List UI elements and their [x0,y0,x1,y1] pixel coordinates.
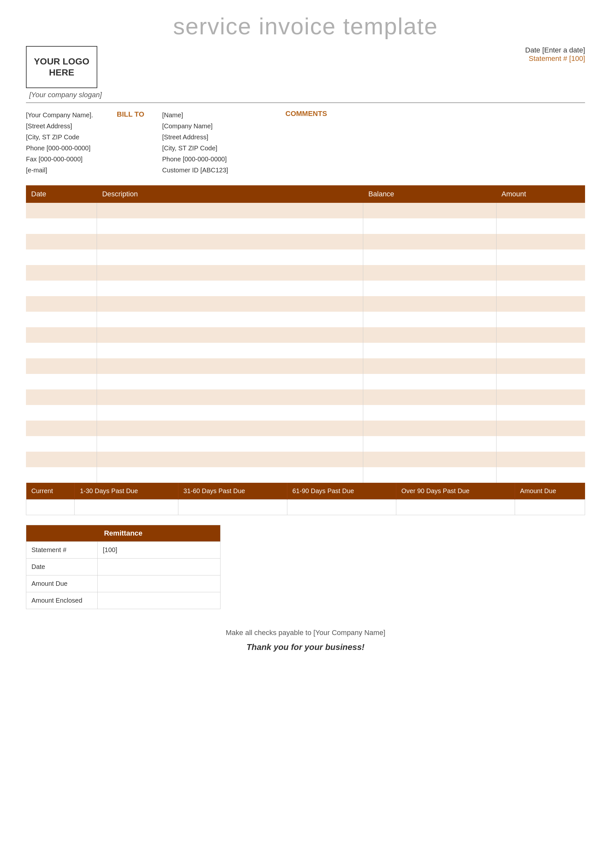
table-cell-14-0[interactable] [26,420,97,436]
table-cell-11-0[interactable] [26,374,97,389]
table-cell-7-0[interactable] [26,312,97,327]
table-row[interactable] [26,281,585,296]
date-value[interactable]: [Enter a date] [542,46,585,54]
table-cell-0-0[interactable] [26,203,97,219]
statement-value[interactable]: [100] [569,54,585,62]
table-cell-15-0[interactable] [26,436,97,452]
table-cell-0-3[interactable] [496,203,585,219]
table-cell-17-3[interactable] [496,467,585,483]
aging-cell-2[interactable] [178,500,287,515]
table-row[interactable] [26,250,585,265]
table-cell-12-1[interactable] [97,389,363,405]
table-cell-0-1[interactable] [97,203,363,219]
table-cell-17-0[interactable] [26,467,97,483]
table-cell-0-2[interactable] [363,203,496,219]
aging-cell-5[interactable] [515,500,585,515]
table-row[interactable] [26,234,585,250]
table-cell-1-1[interactable] [97,219,363,234]
remittance-value-3[interactable] [98,592,221,609]
table-row[interactable] [26,374,585,389]
table-cell-8-3[interactable] [496,327,585,343]
aging-cell-1[interactable] [75,500,178,515]
table-cell-10-3[interactable] [496,358,585,374]
table-cell-14-3[interactable] [496,420,585,436]
table-cell-11-1[interactable] [97,374,363,389]
table-cell-11-2[interactable] [363,374,496,389]
table-cell-12-3[interactable] [496,389,585,405]
table-row[interactable] [26,405,585,420]
aging-data-row[interactable] [26,500,585,515]
table-row[interactable] [26,420,585,436]
table-cell-11-3[interactable] [496,374,585,389]
aging-cell-0[interactable] [26,500,75,515]
remittance-value-2[interactable] [98,575,221,592]
table-row[interactable] [26,343,585,358]
table-cell-16-3[interactable] [496,452,585,467]
table-row[interactable] [26,389,585,405]
table-cell-16-0[interactable] [26,452,97,467]
table-cell-15-1[interactable] [97,436,363,452]
table-cell-5-2[interactable] [363,281,496,296]
table-cell-6-2[interactable] [363,296,496,312]
table-row[interactable] [26,452,585,467]
remittance-value-0[interactable]: [100] [98,542,221,559]
table-cell-10-1[interactable] [97,358,363,374]
table-cell-2-1[interactable] [97,234,363,250]
table-cell-10-2[interactable] [363,358,496,374]
table-row[interactable] [26,358,585,374]
table-cell-13-1[interactable] [97,405,363,420]
table-cell-16-2[interactable] [363,452,496,467]
table-cell-1-0[interactable] [26,219,97,234]
table-cell-2-2[interactable] [363,234,496,250]
aging-cell-4[interactable] [396,500,515,515]
table-cell-14-2[interactable] [363,420,496,436]
table-cell-3-1[interactable] [97,250,363,265]
table-cell-14-1[interactable] [97,420,363,436]
remittance-value-1[interactable] [98,559,221,575]
table-cell-6-3[interactable] [496,296,585,312]
table-cell-8-0[interactable] [26,327,97,343]
table-cell-3-3[interactable] [496,250,585,265]
table-cell-2-3[interactable] [496,234,585,250]
table-cell-13-0[interactable] [26,405,97,420]
table-cell-9-1[interactable] [97,343,363,358]
table-row[interactable] [26,296,585,312]
table-row[interactable] [26,436,585,452]
aging-cell-3[interactable] [287,500,396,515]
table-cell-17-2[interactable] [363,467,496,483]
table-cell-3-0[interactable] [26,250,97,265]
table-row[interactable] [26,203,585,219]
table-cell-10-0[interactable] [26,358,97,374]
table-cell-15-3[interactable] [496,436,585,452]
table-cell-6-0[interactable] [26,296,97,312]
table-cell-8-1[interactable] [97,327,363,343]
table-cell-7-2[interactable] [363,312,496,327]
table-cell-7-1[interactable] [97,312,363,327]
table-cell-13-2[interactable] [363,405,496,420]
table-cell-3-2[interactable] [363,250,496,265]
table-cell-9-3[interactable] [496,343,585,358]
table-cell-4-2[interactable] [363,265,496,281]
table-cell-12-2[interactable] [363,389,496,405]
table-row[interactable] [26,327,585,343]
table-cell-5-0[interactable] [26,281,97,296]
table-cell-15-2[interactable] [363,436,496,452]
table-row[interactable] [26,467,585,483]
table-cell-17-1[interactable] [97,467,363,483]
table-cell-1-2[interactable] [363,219,496,234]
table-cell-4-0[interactable] [26,265,97,281]
table-cell-13-3[interactable] [496,405,585,420]
table-row[interactable] [26,265,585,281]
table-cell-12-0[interactable] [26,389,97,405]
table-cell-5-1[interactable] [97,281,363,296]
table-cell-1-3[interactable] [496,219,585,234]
table-cell-5-3[interactable] [496,281,585,296]
table-cell-9-0[interactable] [26,343,97,358]
table-cell-8-2[interactable] [363,327,496,343]
table-cell-6-1[interactable] [97,296,363,312]
table-cell-4-1[interactable] [97,265,363,281]
table-row[interactable] [26,312,585,327]
table-cell-4-3[interactable] [496,265,585,281]
table-cell-9-2[interactable] [363,343,496,358]
table-cell-16-1[interactable] [97,452,363,467]
